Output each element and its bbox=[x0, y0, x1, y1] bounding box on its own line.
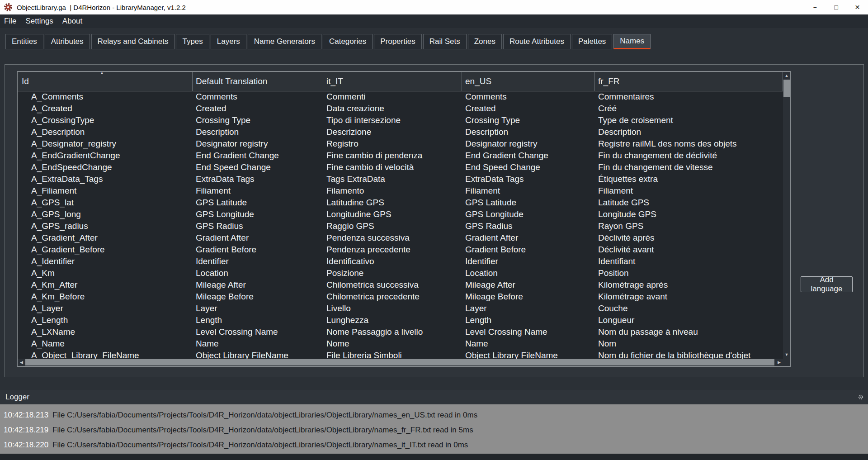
table-cell[interactable]: GPS Radius bbox=[193, 220, 323, 232]
table-cell[interactable]: Registre railML des noms des objets bbox=[595, 138, 783, 150]
column-header-id[interactable]: Id bbox=[18, 72, 193, 91]
table-cell[interactable]: Object Library FileName bbox=[462, 350, 595, 359]
table-cell[interactable]: Gradient After bbox=[462, 232, 595, 244]
scroll-up-icon[interactable]: ▲ bbox=[783, 72, 790, 79]
minimize-icon[interactable]: − bbox=[804, 0, 826, 14]
table-cell[interactable]: Nome bbox=[323, 338, 462, 350]
log-entry[interactable]: 10:42:18.219File C:/Users/fabia/Document… bbox=[0, 422, 868, 437]
table-cell[interactable]: A_Km_After bbox=[18, 279, 193, 291]
table-cell[interactable]: Identifiant bbox=[595, 256, 783, 267]
menu-settings[interactable]: Settings bbox=[21, 17, 57, 26]
table-cell[interactable]: Pendenza successiva bbox=[323, 232, 462, 244]
vertical-scrollbar-thumb[interactable] bbox=[783, 80, 790, 97]
table-cell[interactable]: Layer bbox=[462, 303, 595, 314]
table-cell[interactable]: Filiament bbox=[193, 185, 323, 197]
table-cell[interactable]: A_GPS_radius bbox=[18, 220, 193, 232]
table-cell[interactable]: Déclivité après bbox=[595, 232, 783, 244]
table-cell[interactable]: Mileage Before bbox=[193, 291, 323, 303]
table-cell[interactable]: Filiament bbox=[462, 185, 595, 197]
table-cell[interactable]: A_LXName bbox=[18, 326, 193, 338]
table-cell[interactable]: Length bbox=[462, 314, 595, 326]
table-cell[interactable]: Description bbox=[595, 126, 783, 138]
table-cell[interactable]: Déclivité avant bbox=[595, 244, 783, 256]
tab-types[interactable]: Types bbox=[176, 34, 209, 49]
table-cell[interactable]: Object Library FileName bbox=[193, 350, 323, 359]
table-cell[interactable]: GPS Radius bbox=[462, 220, 595, 232]
table-cell[interactable]: Fin du changement de vitesse bbox=[595, 161, 783, 173]
maximize-icon[interactable]: □ bbox=[826, 0, 847, 14]
table-cell[interactable]: Longueur bbox=[595, 314, 783, 326]
table-cell[interactable]: End Speed Change bbox=[193, 161, 323, 173]
table-cell[interactable]: Longitude GPS bbox=[595, 209, 783, 220]
table-cell[interactable]: Crossing Type bbox=[193, 114, 323, 126]
table-cell[interactable]: Tipo di intersezione bbox=[323, 114, 462, 126]
column-header-en-us[interactable]: en_US bbox=[462, 72, 595, 91]
table-cell[interactable]: Identifier bbox=[462, 256, 595, 267]
tab-layers[interactable]: Layers bbox=[211, 34, 246, 49]
table-cell[interactable]: End Speed Change bbox=[462, 161, 595, 173]
table-cell[interactable]: Nome Passaggio a livello bbox=[323, 326, 462, 338]
table-cell[interactable]: A_Designator_registry bbox=[18, 138, 193, 150]
table-cell[interactable]: Mileage After bbox=[193, 279, 323, 291]
table-cell[interactable]: GPS Longitude bbox=[462, 209, 595, 220]
table-cell[interactable]: A_ExtraData_Tags bbox=[18, 173, 193, 185]
table-cell[interactable]: Identifier bbox=[193, 256, 323, 267]
column-header-default-translation[interactable]: Default Translation bbox=[193, 72, 323, 91]
column-header-fr-fr[interactable]: fr_FR bbox=[595, 72, 783, 91]
table-cell[interactable]: Commenti bbox=[323, 91, 462, 103]
table-cell[interactable]: Crossing Type bbox=[462, 114, 595, 126]
table-cell[interactable]: Gradient Before bbox=[193, 244, 323, 256]
table-cell[interactable]: Créé bbox=[595, 103, 783, 114]
table-cell[interactable]: Name bbox=[462, 338, 595, 350]
table-cell[interactable]: Chilometrica precedente bbox=[323, 291, 462, 303]
table-cell[interactable]: Nom bbox=[595, 338, 783, 350]
table-cell[interactable]: Mileage Before bbox=[462, 291, 595, 303]
logger-gear-icon[interactable] bbox=[858, 394, 863, 400]
table-cell[interactable]: A_Length bbox=[18, 314, 193, 326]
table-cell[interactable]: Couche bbox=[595, 303, 783, 314]
table-cell[interactable]: Created bbox=[193, 103, 323, 114]
close-icon[interactable]: × bbox=[847, 0, 868, 14]
table-cell[interactable]: A_GPS_long bbox=[18, 209, 193, 220]
table-cell[interactable]: Type de croisement bbox=[595, 114, 783, 126]
table-cell[interactable]: Pendenza precedente bbox=[323, 244, 462, 256]
table-cell[interactable]: Longitudine GPS bbox=[323, 209, 462, 220]
table-cell[interactable]: ExtraData Tags bbox=[193, 173, 323, 185]
log-entry[interactable]: 10:42:18.213File C:/Users/fabia/Document… bbox=[0, 408, 868, 422]
table-cell[interactable]: Chilometrica successiva bbox=[323, 279, 462, 291]
table-cell[interactable]: A_Gradient_Before bbox=[18, 244, 193, 256]
table-cell[interactable]: Comments bbox=[462, 91, 595, 103]
title-bar[interactable]: ObjectLibrary.ga | D4RHorizon - LibraryM… bbox=[0, 0, 868, 14]
table-cell[interactable]: Tags ExtraData bbox=[323, 173, 462, 185]
table-cell[interactable]: Level Crossing Name bbox=[462, 326, 595, 338]
table-cell[interactable]: Livello bbox=[323, 303, 462, 314]
table-cell[interactable]: Nom du fichier de la bibliothèque d'obje… bbox=[595, 350, 783, 359]
table-cell[interactable]: Kilométrage après bbox=[595, 279, 783, 291]
tab-rail-sets[interactable]: Rail Sets bbox=[423, 34, 467, 49]
tab-entities[interactable]: Entities bbox=[5, 34, 43, 49]
table-cell[interactable]: End Gradient Change bbox=[193, 150, 323, 161]
tab-zones[interactable]: Zones bbox=[468, 34, 502, 49]
log-entry[interactable]: 10:42:18.220File C:/Users/fabia/Document… bbox=[0, 437, 868, 452]
table-cell[interactable]: Étiquettes extra bbox=[595, 173, 783, 185]
table-cell[interactable]: Level Crossing Name bbox=[193, 326, 323, 338]
table-cell[interactable]: Fin du changement de déclivité bbox=[595, 150, 783, 161]
table-cell[interactable]: A_GPS_lat bbox=[18, 197, 193, 209]
table-cell[interactable]: Location bbox=[193, 267, 323, 279]
table-cell[interactable]: A_Filiament bbox=[18, 185, 193, 197]
table-cell[interactable]: A_Description bbox=[18, 126, 193, 138]
table-cell[interactable]: Designator registry bbox=[462, 138, 595, 150]
scroll-left-icon[interactable]: ◀ bbox=[18, 359, 25, 366]
table-cell[interactable]: Raggio GPS bbox=[323, 220, 462, 232]
table-cell[interactable]: Location bbox=[462, 267, 595, 279]
table-cell[interactable]: A_Name bbox=[18, 338, 193, 350]
table-cell[interactable]: Description bbox=[462, 126, 595, 138]
table-cell[interactable]: GPS Latitude bbox=[193, 197, 323, 209]
table-cell[interactable]: A_EndGradientChange bbox=[18, 150, 193, 161]
table-cell[interactable]: A_Km bbox=[18, 267, 193, 279]
table-cell[interactable]: Gradient Before bbox=[462, 244, 595, 256]
table-cell[interactable]: A_Comments bbox=[18, 91, 193, 103]
table-cell[interactable]: A_Km_Before bbox=[18, 291, 193, 303]
table-cell[interactable]: Comments bbox=[193, 91, 323, 103]
table-cell[interactable]: Commentaires bbox=[595, 91, 783, 103]
